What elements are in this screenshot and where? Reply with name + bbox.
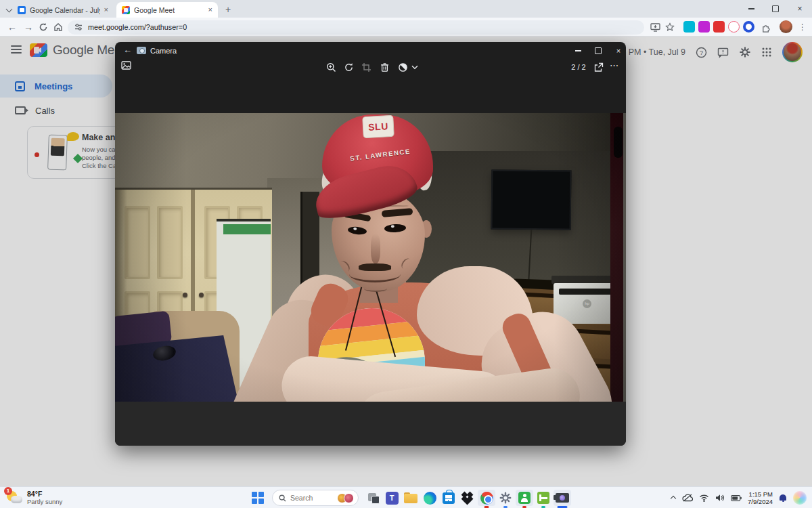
weather-widget[interactable]: 1 84°F Partly sunny — [5, 488, 62, 506]
address-bar[interactable]: meet.google.com/?authuser=0 — [68, 20, 644, 35]
bookmark-star-icon[interactable] — [663, 20, 677, 34]
forward-button[interactable]: → — [22, 20, 35, 34]
home-button[interactable] — [51, 20, 65, 34]
edge-icon[interactable] — [421, 490, 438, 506]
app-icon-green-person[interactable] — [516, 490, 533, 506]
start-button[interactable] — [252, 492, 264, 504]
gallery-thumbnail-icon[interactable] — [121, 60, 131, 70]
extension-icon-pocket[interactable] — [728, 21, 740, 33]
meet-profile-avatar[interactable] — [782, 42, 803, 62]
battery-icon[interactable] — [731, 495, 742, 501]
sidebar-item-calls[interactable]: Calls — [0, 99, 112, 122]
calendar-favicon — [18, 6, 26, 14]
rotate-icon[interactable] — [344, 62, 354, 72]
main-menu-icon[interactable] — [11, 45, 22, 54]
minimize-button[interactable] — [739, 0, 763, 18]
search-input[interactable] — [290, 494, 330, 502]
desktop: Google Calendar - July 2024 × Google Mee… — [0, 0, 812, 508]
reload-button[interactable] — [37, 20, 50, 34]
notification-dot — [35, 152, 39, 157]
google-apps-grid-icon[interactable] — [761, 47, 772, 58]
tab-close-icon[interactable]: × — [104, 6, 108, 14]
taskbar-clock[interactable]: 1:15 PM 7/9/2024 — [748, 490, 773, 505]
task-view-button[interactable] — [364, 490, 382, 506]
promo-text-line: Now you can — [82, 146, 119, 153]
sidebar-item-label: Meetings — [35, 81, 72, 91]
filters-icon[interactable] — [398, 62, 408, 72]
tray-expand-chevron[interactable] — [671, 495, 676, 501]
chrome-icon[interactable] — [478, 490, 495, 506]
maximize-button[interactable] — [763, 0, 788, 18]
volume-icon[interactable] — [715, 494, 725, 502]
camera-bottom-bar — [115, 402, 626, 446]
teams-icon[interactable]: T — [383, 490, 401, 506]
extension-icon-blue-circle[interactable] — [743, 21, 754, 33]
copilot-icon[interactable] — [793, 491, 807, 505]
sidebar-item-meetings[interactable]: Meetings — [0, 75, 112, 98]
site-settings-icon[interactable] — [74, 23, 83, 31]
extension-icon-cyan[interactable] — [683, 21, 695, 33]
help-icon[interactable]: ? — [696, 47, 707, 58]
camera-maximize-button[interactable] — [593, 46, 604, 56]
onedrive-paused-icon[interactable] — [682, 494, 693, 502]
browser-profile-avatar[interactable] — [780, 20, 792, 33]
extension-icon-magenta[interactable] — [698, 21, 710, 33]
new-tab-button[interactable]: + — [222, 3, 234, 16]
settings-gear-icon[interactable] — [739, 46, 751, 58]
camera-close-button[interactable]: × — [613, 46, 624, 56]
tab-title: Google Calendar - July 2024 — [30, 6, 100, 14]
camera-back-button[interactable]: ← — [123, 45, 132, 55]
tab-google-meet[interactable]: Google Meet × — [116, 2, 218, 18]
weather-temp: 84°F — [27, 490, 62, 498]
photo-counter: 2 / 2 — [567, 63, 590, 71]
share-icon[interactable] — [593, 62, 604, 72]
notification-bell-icon[interactable] — [779, 494, 787, 503]
extension-icon-red[interactable] — [713, 21, 725, 33]
promo-text-line: Click the Call — [82, 162, 119, 169]
zoom-icon[interactable] — [326, 62, 336, 72]
camera-taskbar-icon[interactable] — [554, 490, 571, 506]
feedback-icon[interactable] — [717, 47, 729, 58]
wifi-icon[interactable] — [699, 494, 709, 502]
calls-video-icon — [15, 106, 26, 114]
weather-condition: Partly sunny — [27, 498, 62, 505]
install-app-icon[interactable] — [648, 20, 662, 34]
browser-menu-kebab-icon[interactable]: ⋮ — [797, 20, 808, 34]
tab-title: Google Meet — [134, 6, 175, 14]
filters-chevron-icon[interactable] — [411, 65, 422, 75]
tab-search-chevron-icon[interactable] — [7, 7, 12, 12]
taskbar-search[interactable] — [272, 490, 359, 506]
back-button[interactable]: ← — [5, 20, 19, 34]
close-button[interactable]: × — [788, 0, 812, 18]
app-icon-green[interactable] — [535, 490, 552, 506]
photo-vignette — [115, 113, 626, 402]
weather-badge: 1 — [4, 487, 12, 495]
avatar — [784, 43, 801, 61]
crop-icon[interactable] — [361, 62, 371, 72]
camera-app-window: ← Camera × 2 / 2 ⋯ — [115, 42, 626, 446]
tab-google-calendar[interactable]: Google Calendar - July 2024 × — [12, 2, 114, 18]
dropbox-icon[interactable] — [459, 490, 476, 506]
gear-icon — [499, 492, 512, 504]
url-text: meet.google.com/?authuser=0 — [88, 23, 187, 31]
file-explorer-icon[interactable] — [402, 490, 420, 506]
search-highlight-images — [337, 493, 354, 503]
browser-tab-strip: Google Calendar - July 2024 × Google Mee… — [0, 0, 812, 18]
tray-date: 7/9/2024 — [748, 498, 773, 505]
promo-illustration — [39, 133, 76, 173]
meet-app-name: Google Meet — [53, 43, 125, 58]
see-more-icon[interactable]: ⋯ — [610, 60, 618, 70]
weather-icon: 1 — [5, 488, 23, 506]
meet-favicon — [122, 6, 130, 14]
meet-logo[interactable]: Google Meet — [30, 43, 125, 58]
microsoft-store-icon[interactable] — [440, 490, 457, 506]
tray-time: 1:15 PM — [748, 490, 773, 498]
settings-icon[interactable] — [497, 490, 514, 506]
tab-close-icon[interactable]: × — [208, 6, 212, 14]
camera-minimize-button[interactable] — [572, 46, 583, 56]
meetings-calendar-icon — [15, 81, 25, 91]
windows-taskbar: 1 84°F Partly sunny T — [0, 486, 812, 508]
extensions-puzzle-icon[interactable] — [759, 20, 773, 34]
browser-toolbar: ← → meet.google.com/?authuser=0 ⋮ — [0, 18, 812, 37]
delete-trash-icon[interactable] — [380, 62, 390, 72]
